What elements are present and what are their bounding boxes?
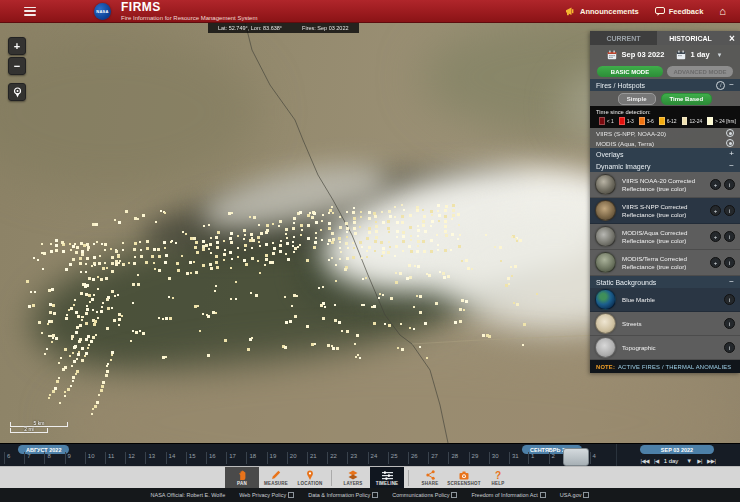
footer-link[interactable]: Freedom of Information Act — [471, 492, 545, 498]
share-button[interactable]: SHARE — [413, 467, 447, 489]
mode-toggle: BASIC MODEADVANCED MODE — [590, 64, 740, 79]
range-dropdown[interactable]: 1 day ▼ — [676, 50, 722, 60]
timeline-day-aug-13[interactable]: 13 — [148, 453, 155, 459]
skip-end-button[interactable]: ▶▶| — [707, 458, 715, 464]
time-based-button[interactable]: Time Based — [661, 93, 713, 105]
zoom-out-button[interactable]: − — [8, 57, 26, 75]
timeline-day-aug-18[interactable]: 18 — [249, 453, 256, 459]
step-forward-button[interactable]: ▶| — [697, 458, 702, 464]
timeline-button[interactable]: TIMELINE — [370, 467, 404, 489]
tab-historical[interactable]: HISTORICAL — [657, 31, 724, 45]
layer-item[interactable]: MODIS/Terra Corrected Reflectance (true … — [590, 250, 740, 276]
footer-link[interactable]: USA.gov — [560, 492, 590, 498]
timeline-bar[interactable]: АВГУСТ 2022 СЕНТЯБРЬ 2022 67891011121314… — [0, 443, 740, 467]
zoom-in-button[interactable]: + — [8, 37, 26, 55]
timeline-day-aug-22[interactable]: 22 — [330, 453, 337, 459]
feedback-button[interactable]: Feedback — [655, 7, 704, 16]
timeline-day-aug-15[interactable]: 15 — [189, 453, 196, 459]
layer-item[interactable]: VIIRS NOAA-20 Corrected Reflectance (tru… — [590, 172, 740, 198]
timeline-day-aug-7[interactable]: 7 — [27, 453, 30, 459]
screenshot-button[interactable]: SCREENSHOT — [447, 467, 481, 489]
toolbar-button-label: HELP — [492, 481, 505, 486]
timeline-day-aug-24[interactable]: 24 — [371, 453, 378, 459]
opacity-toggle-icon[interactable] — [726, 139, 734, 147]
timeline-day-aug-26[interactable]: 26 — [411, 453, 418, 459]
collapse-icon[interactable]: − — [729, 81, 734, 89]
layer-info-button[interactable]: i — [724, 231, 735, 242]
timeline-day-aug-27[interactable]: 27 — [431, 453, 438, 459]
section-overlays[interactable]: Overlays + — [590, 148, 740, 160]
timeline-day-aug-29[interactable]: 29 — [472, 453, 479, 459]
source-row[interactable]: VIIRS (S-NPP, NOAA-20) — [590, 128, 740, 138]
layer-info-button[interactable]: i — [724, 342, 735, 353]
simple-button[interactable]: Simple — [618, 93, 656, 105]
layer-item[interactable]: Topographici — [590, 336, 740, 360]
basic-mode-button[interactable]: BASIC MODE — [597, 66, 663, 77]
section-static-backgrounds[interactable]: Static Backgrounds − — [590, 276, 740, 288]
pan-button[interactable]: PAN — [225, 467, 259, 489]
footer-link[interactable]: Communications Policy — [392, 492, 457, 498]
layer-item[interactable]: VIIRS S-NPP Corrected Reflectance (true … — [590, 198, 740, 224]
add-layer-button[interactable]: + — [710, 231, 721, 242]
layer-info-button[interactable]: i — [724, 318, 735, 329]
timeline-day-sep-1[interactable]: 1 — [531, 453, 534, 459]
source-row[interactable]: MODIS (Aqua, Terra) — [590, 138, 740, 148]
timeline-day-aug-17[interactable]: 17 — [229, 453, 236, 459]
section-dynamic-imagery[interactable]: Dynamic Imagery − — [590, 160, 740, 172]
timeline-day-aug-28[interactable]: 28 — [451, 453, 458, 459]
opacity-toggle-icon[interactable] — [726, 129, 734, 137]
expand-icon[interactable]: + — [729, 150, 734, 158]
layers-button[interactable]: LAYERS — [336, 467, 370, 489]
timeline-day-aug-21[interactable]: 21 — [310, 453, 317, 459]
layer-item[interactable]: Streetsi — [590, 312, 740, 336]
menu-icon[interactable] — [24, 7, 36, 16]
measure-button[interactable]: MEASURE — [259, 467, 293, 489]
layer-item[interactable]: Blue Marblei — [590, 288, 740, 312]
layer-info-button[interactable]: i — [724, 257, 735, 268]
add-layer-button[interactable]: + — [710, 179, 721, 190]
date-picker[interactable]: Sep 03 2022 — [607, 50, 664, 60]
step-back-button[interactable]: |◀ — [654, 458, 659, 464]
footer-link[interactable]: Web Privacy Policy — [239, 492, 294, 498]
layer-info-button[interactable]: i — [724, 179, 735, 190]
timeline-day-aug-20[interactable]: 20 — [290, 453, 297, 459]
tab-current[interactable]: CURRENT — [590, 31, 657, 45]
timeline-day-aug-25[interactable]: 25 — [391, 453, 398, 459]
playback-step-label[interactable]: 1 day — [664, 458, 679, 464]
collapse-icon[interactable]: − — [729, 278, 734, 286]
timeline-day-aug-16[interactable]: 16 — [209, 453, 216, 459]
help-button[interactable]: ?HELP — [481, 467, 515, 489]
timeline-day-aug-14[interactable]: 14 — [169, 453, 176, 459]
location-button[interactable]: LOCATION — [293, 467, 327, 489]
locate-me-button[interactable] — [8, 83, 26, 101]
layer-info-button[interactable]: i — [724, 205, 735, 216]
current-date-pill[interactable]: SEP 03 2022 — [640, 445, 714, 454]
skip-start-button[interactable]: |◀◀ — [641, 458, 649, 464]
add-layer-button[interactable]: + — [710, 205, 721, 216]
home-icon[interactable]: ⌂ — [719, 6, 726, 17]
panel-close-icon[interactable]: × — [724, 31, 740, 45]
timeline-day-aug-9[interactable]: 9 — [68, 453, 71, 459]
timeline-day-aug-23[interactable]: 23 — [350, 453, 357, 459]
collapse-icon[interactable]: − — [729, 162, 734, 170]
timeline-day-aug-31[interactable]: 31 — [512, 453, 519, 459]
timeline-day-aug-11[interactable]: 11 — [108, 453, 114, 459]
timeline-day-aug-8[interactable]: 8 — [47, 453, 50, 459]
layer-item[interactable]: MODIS/Aqua Corrected Reflectance (true c… — [590, 224, 740, 250]
info-icon[interactable]: i — [716, 81, 725, 90]
timeline-day-aug-19[interactable]: 19 — [270, 453, 277, 459]
timeline-day-sep-4[interactable]: 4 — [593, 453, 596, 459]
timeline-day-sep-2[interactable]: 2 — [552, 453, 555, 459]
timeline-day-aug-30[interactable]: 30 — [492, 453, 499, 459]
advanced-mode-button[interactable]: ADVANCED MODE — [667, 66, 733, 77]
layer-info-button[interactable]: i — [724, 294, 735, 305]
chevron-down-icon[interactable]: ▼ — [686, 458, 692, 464]
announcements-button[interactable]: Announcements — [566, 7, 639, 16]
timeline-slider-handle[interactable] — [563, 448, 589, 466]
timeline-day-aug-12[interactable]: 12 — [128, 453, 135, 459]
section-fires-hotspots[interactable]: Fires / Hotspots i− — [590, 79, 740, 91]
footer-link[interactable]: Data & Information Policy — [308, 492, 378, 498]
timeline-day-aug-6[interactable]: 6 — [7, 453, 10, 459]
add-layer-button[interactable]: + — [710, 257, 721, 268]
timeline-day-aug-10[interactable]: 10 — [88, 453, 95, 459]
